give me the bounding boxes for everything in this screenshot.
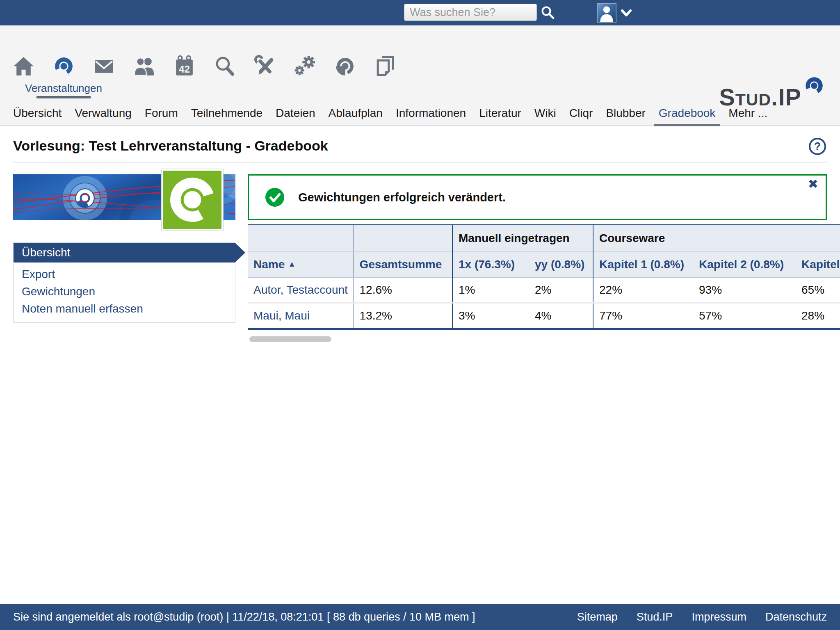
column-header-gesamtsumme[interactable]: Gesamtsumme <box>354 252 452 278</box>
admin-gears-icon[interactable] <box>285 25 325 100</box>
user-avatar[interactable] <box>597 3 616 23</box>
svg-text:42: 42 <box>178 64 189 75</box>
table-body: Autor, Testaccount12.6%1%2%22%93%65%Maui… <box>248 278 840 329</box>
tab-bar: ÜbersichtVerwaltungForumTeilnehmendeDate… <box>0 100 840 126</box>
tab-ablaufplan[interactable]: Ablaufplan <box>322 100 389 126</box>
column-header-kapitel-1-0-8[interactable]: Kapitel 1 (0.8%) <box>593 252 693 278</box>
gradebook-table-container: Manuell eingetragenCoursewareName▲Gesamt… <box>248 224 840 330</box>
toolbar-active-underline <box>37 96 91 98</box>
footer-link-impressum[interactable]: Impressum <box>692 611 746 623</box>
community-icon[interactable] <box>124 25 164 100</box>
course-banner <box>13 174 235 220</box>
tab-wiki[interactable]: Wiki <box>528 100 563 126</box>
page-title: Vorlesung: Test Lehrveranstaltung - Grad… <box>13 138 328 154</box>
sidebar-item-noten-manuell-erfassen[interactable]: Noten manuell erfassen <box>14 300 235 317</box>
courses-spiral-icon[interactable]: Veranstaltungen <box>43 25 84 100</box>
column-header-1x-76-3[interactable]: 1x (76.3%) <box>452 252 529 278</box>
tab-blubber[interactable]: Blubber <box>599 100 652 126</box>
grade-value-cell: 13.2% <box>354 303 452 329</box>
tab-informationen[interactable]: Informationen <box>389 100 472 126</box>
column-header-kapitel-3-0-8[interactable]: Kapitel 3 (0.8%) <box>796 252 840 278</box>
sidebar-nav: ÜbersichtExportGewichtungenNoten manuell… <box>13 242 235 323</box>
icon-toolbar: Veranstaltungen 42 <box>0 25 840 100</box>
sort-asc-icon: ▲ <box>288 260 296 268</box>
grade-value-cell: 28% <box>796 303 840 329</box>
page-content: Vorlesung: Test Lehrveranstaltung - Grad… <box>0 126 840 342</box>
courseware-spiral-icon[interactable] <box>325 25 365 100</box>
main-area: Gewichtungen erfolgreich verändert. ✖ Ma… <box>248 174 827 342</box>
grade-value-cell: 77% <box>593 303 693 329</box>
grade-value-cell: 1% <box>452 278 529 303</box>
tab-literatur[interactable]: Literatur <box>472 100 528 126</box>
search-icon[interactable] <box>541 5 555 20</box>
grade-value-cell: 22% <box>593 278 693 303</box>
person-icon <box>598 4 616 22</box>
calendar-icon[interactable]: 42 <box>164 25 204 100</box>
footer-links: SitemapStud.IPImpressumDatenschutz <box>577 611 827 623</box>
footer-link-stud-ip[interactable]: Stud.IP <box>637 611 673 623</box>
column-header-kapitel-2-0-8[interactable]: Kapitel 2 (0.8%) <box>693 252 796 278</box>
title-row: Vorlesung: Test Lehrveranstaltung - Grad… <box>13 126 827 163</box>
grade-value-cell: 57% <box>693 303 796 329</box>
course-avatar <box>162 169 223 231</box>
footer-status: Sie sind angemeldet als root@studip (roo… <box>13 611 475 623</box>
sidebar: ÜbersichtExportGewichtungenNoten manuell… <box>13 174 235 342</box>
mail-icon[interactable] <box>84 25 124 100</box>
grade-value-cell: 2% <box>529 278 593 303</box>
course-avatar-spiral-icon <box>163 171 221 229</box>
group-header-courseware: Courseware <box>593 225 840 252</box>
table-head: Manuell eingetragenCoursewareName▲Gesamt… <box>248 225 840 278</box>
top-bar <box>0 0 840 25</box>
grade-value-cell: 4% <box>529 303 593 329</box>
sidebar-item-export[interactable]: Export <box>14 266 235 283</box>
tab-cliqr[interactable]: Cliqr <box>563 100 600 126</box>
toolbar-icons: Veranstaltungen 42 <box>0 25 840 100</box>
tools-icon[interactable] <box>244 25 285 100</box>
grade-value-cell: 93% <box>693 278 796 303</box>
search-input[interactable] <box>404 4 537 21</box>
column-header-name[interactable]: Name▲ <box>248 252 354 278</box>
footer-bar: Sie sind angemeldet als root@studip (roo… <box>0 604 840 630</box>
svg-text:?: ? <box>814 140 821 153</box>
success-message-text: Gewichtungen erfolgreich verändert. <box>298 191 506 204</box>
sidebar-item-gewichtungen[interactable]: Gewichtungen <box>14 283 235 300</box>
group-header-spacer <box>354 225 452 252</box>
group-header-spacer <box>248 225 354 252</box>
grade-value-cell: 65% <box>796 278 840 303</box>
grade-value-cell: 12.6% <box>354 278 452 303</box>
files-icon[interactable] <box>365 25 405 100</box>
footer-link-datenschutz[interactable]: Datenschutz <box>765 611 827 623</box>
success-message: Gewichtungen erfolgreich verändert. ✖ <box>248 174 827 220</box>
grade-value-cell: 3% <box>452 303 529 329</box>
table-row: Maui, Maui13.2%3%4%77%57%28% <box>248 303 840 329</box>
table-group-header-row: Manuell eingetragenCourseware <box>248 225 840 252</box>
tab-gradebook[interactable]: Gradebook <box>652 100 722 126</box>
tab-bersicht[interactable]: Übersicht <box>7 100 68 126</box>
close-icon[interactable]: ✖ <box>808 178 818 190</box>
column-header-yy-0-8[interactable]: yy (0.8%) <box>529 252 593 278</box>
tab-mehr[interactable]: Mehr ... <box>722 100 774 126</box>
chevron-down-icon[interactable] <box>620 8 632 18</box>
student-name-link[interactable]: Autor, Testaccount <box>248 278 354 303</box>
sidebar-item-bersicht[interactable]: Übersicht <box>14 243 235 262</box>
footer-link-sitemap[interactable]: Sitemap <box>577 611 618 623</box>
horizontal-scrollbar-thumb[interactable] <box>249 336 331 342</box>
table-row: Autor, Testaccount12.6%1%2%22%93%65% <box>248 278 840 303</box>
studip-logo-spiral-icon <box>802 74 826 98</box>
tab-verwaltung[interactable]: Verwaltung <box>68 100 138 126</box>
group-header-manuell-eingetragen: Manuell eingetragen <box>452 225 593 252</box>
tab-dateien[interactable]: Dateien <box>269 100 322 126</box>
horizontal-scrollbar <box>248 336 840 342</box>
table-column-header-row: Name▲Gesamtsumme1x (76.3%)yy (0.8%)Kapit… <box>248 252 840 278</box>
tab-forum[interactable]: Forum <box>138 100 185 126</box>
tab-teilnehmende[interactable]: Teilnehmende <box>185 100 269 126</box>
check-circle-icon <box>265 188 284 207</box>
question-mark-circle-icon[interactable]: ? <box>808 137 827 156</box>
search-icon[interactable] <box>204 25 244 100</box>
gradebook-table: Manuell eingetragenCoursewareName▲Gesamt… <box>248 224 840 330</box>
student-name-link[interactable]: Maui, Maui <box>248 303 354 329</box>
